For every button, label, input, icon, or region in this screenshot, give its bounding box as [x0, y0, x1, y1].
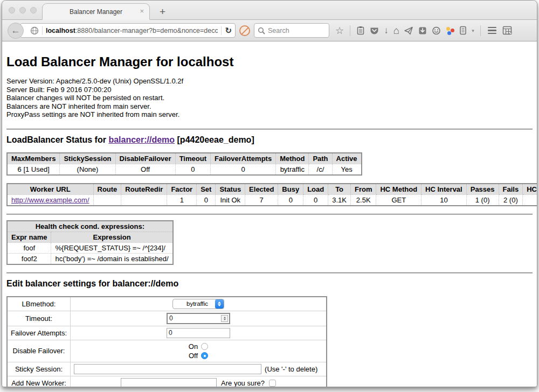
balancer-demo-link[interactable]: balancer://demo: [108, 135, 175, 144]
cell-stickysession: (None): [60, 164, 115, 175]
container-tabs-icon[interactable]: [459, 26, 467, 35]
screen: Balancer Manager × + ← localhost:8880/ba…: [0, 0, 539, 392]
pocket-icon[interactable]: [370, 26, 379, 35]
page-grid-icon[interactable]: [502, 26, 512, 35]
tab-title: Balancer Manager: [70, 8, 122, 16]
cell-method: bytraffic: [276, 164, 309, 175]
chevron-down-icon[interactable]: ▾: [472, 28, 474, 33]
column-header: To: [328, 184, 351, 195]
search-input[interactable]: [268, 27, 322, 34]
disable-failover-on-radio[interactable]: [201, 343, 208, 350]
clipboard-icon[interactable]: [356, 26, 365, 35]
sticky-session-label: Sticky Session:: [7, 362, 71, 376]
page-title: Load Balancer Manager for localhost: [6, 54, 533, 69]
section-divider: [6, 214, 533, 215]
form-row-failover-attempts: Failover Attempts:: [7, 326, 327, 340]
url-text[interactable]: localhost:8880/balancer-manager?b=demo&n…: [46, 27, 218, 34]
failover-attempts-input[interactable]: [167, 328, 230, 338]
close-window-button[interactable]: [9, 7, 15, 13]
back-icon: ←: [11, 25, 20, 36]
colored-dots-extension-icon[interactable]: [446, 26, 454, 35]
are-you-sure-checkbox[interactable]: [269, 380, 276, 387]
cell-active: Yes: [332, 164, 362, 175]
form-row-timeout: Timeout:: [7, 311, 327, 326]
home-icon[interactable]: ⌂: [393, 26, 399, 35]
page-content: Load Balancer Manager for localhost Serv…: [2, 41, 537, 387]
tab-close-icon[interactable]: ×: [140, 8, 144, 15]
column-header: HC Interval: [421, 184, 467, 195]
toolbar-separator: [480, 25, 481, 36]
cell-load: 0: [303, 194, 328, 206]
cell-factor: 1: [167, 194, 197, 206]
column-header: StickySession: [60, 153, 115, 164]
url-bar[interactable]: localhost:8880/balancer-manager?b=demo&n…: [20, 23, 236, 38]
cell-hc-method: GET: [376, 194, 421, 206]
column-header: Fails: [499, 184, 523, 195]
save-to-device-icon[interactable]: [418, 26, 427, 35]
cell-passes: 1 (0): [466, 194, 499, 206]
select-stepper-icon: [215, 299, 224, 309]
add-worker-input[interactable]: [121, 378, 217, 388]
cell-failoverattempts: 0: [210, 164, 275, 175]
column-header: From: [350, 184, 376, 195]
new-tab-button[interactable]: +: [160, 8, 165, 16]
column-header: RouteRedir: [121, 184, 167, 195]
cell-timeout: 0: [175, 164, 210, 175]
table-row: foof2 hc('body') =~ /domain is establish…: [7, 253, 173, 264]
cell-hc-interval: 10: [421, 194, 467, 206]
radio-on-label: On: [189, 342, 198, 351]
search-bar[interactable]: [254, 23, 329, 38]
table-header-row: Expr name Expression: [7, 232, 173, 242]
health-check-table: Health check cond. expressions: Expr nam…: [6, 220, 174, 265]
globe-icon[interactable]: [30, 26, 39, 35]
urlbar-divider: [221, 26, 222, 35]
sticky-session-input[interactable]: [74, 364, 261, 374]
cell-path: /c/: [309, 164, 332, 175]
menu-hamburger-icon[interactable]: [487, 26, 497, 36]
column-header: Elected: [245, 184, 278, 195]
table-row: 6 [1 Used] (None) Off 0 0 bytraffic /c/ …: [7, 164, 362, 175]
content-blocked-icon[interactable]: [239, 25, 250, 36]
form-row-sticky-session: Sticky Session: (Use '-' to delete): [7, 362, 327, 376]
chat-smiley-icon[interactable]: [432, 26, 441, 35]
browser-window: Balancer Manager × + ← localhost:8880/ba…: [2, 0, 537, 387]
failover-attempts-label: Failover Attempts:: [7, 326, 71, 340]
downloads-icon[interactable]: ↓: [384, 26, 389, 35]
cell-set: 0: [197, 194, 216, 206]
section-divider: [6, 272, 533, 274]
bookmark-star-icon[interactable]: ☆: [335, 26, 344, 35]
column-header: Expr name: [7, 232, 51, 242]
urlbar-divider: [42, 26, 43, 35]
disable-failover-off-radio[interactable]: [201, 352, 208, 359]
back-button[interactable]: ←: [8, 23, 24, 39]
column-header: Worker URL: [7, 184, 93, 195]
column-header: FailoverAttempts: [210, 153, 275, 164]
server-built-line: Server Built: Feb 9 2016 07:00:20: [6, 86, 533, 94]
disable-failover-label: Disable Failover:: [7, 340, 71, 362]
number-stepper-icon[interactable]: [221, 315, 228, 322]
timeout-label: Timeout:: [7, 311, 71, 326]
toolbar-icons: ☆ ↓ ⌂: [335, 25, 512, 36]
navigation-toolbar: ← localhost:8880/balancer-manager?b=demo…: [2, 20, 537, 41]
cell-expr-name: foof: [7, 242, 51, 253]
table-row: http://www.example.com/ 1 0 Init Ok 7 0 …: [7, 194, 537, 206]
send-tab-icon[interactable]: [404, 26, 413, 35]
cell-routeredir: [121, 194, 167, 206]
column-header: DisableFailover: [115, 153, 175, 164]
column-header: Passes: [466, 184, 499, 195]
column-header: Path: [309, 153, 332, 164]
tab-balancer-manager[interactable]: Balancer Manager ×: [42, 3, 150, 20]
cell-disablefailover: Off: [115, 164, 175, 175]
worker-url-link[interactable]: http://www.example.com/: [11, 196, 89, 204]
inherit-notice-line: Balancers are NOT inherited from main se…: [6, 102, 533, 111]
reload-icon[interactable]: ↻: [225, 26, 232, 36]
cell-expression: hc('body') =~ /domain is established/: [51, 253, 173, 264]
loadbalancer-status-heading: LoadBalancer Status for balancer://demo …: [6, 135, 533, 145]
lbmethod-select[interactable]: bytraffic: [172, 299, 224, 309]
section-divider: [6, 129, 533, 130]
cell-expr-name: foof2: [7, 253, 51, 264]
zoom-window-button[interactable]: [30, 7, 37, 13]
minimize-window-button[interactable]: [19, 7, 26, 13]
add-worker-label: Add New Worker:: [7, 376, 71, 387]
table-header-row: MaxMembers StickySession DisableFailover…: [7, 153, 362, 164]
